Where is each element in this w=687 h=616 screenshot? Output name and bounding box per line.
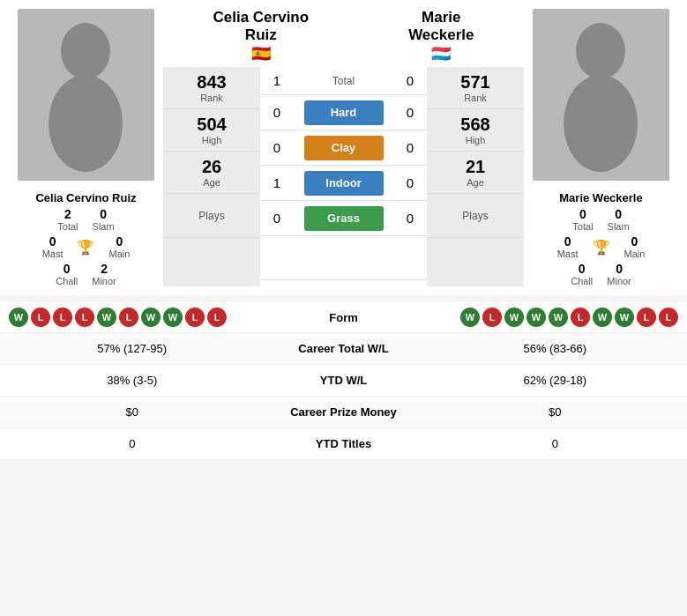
plays-mid: [260, 236, 427, 280]
form-badge-right: W: [593, 308, 612, 327]
indoor-badge: Indoor: [304, 171, 384, 196]
ps-chall-right: 0 Chall: [571, 262, 593, 286]
form-label: Form: [291, 311, 397, 324]
svg-point-5: [564, 75, 638, 172]
match-grid: 843 Rank 504 High 26 Age Plays: [163, 67, 524, 286]
form-badge-right: W: [526, 308, 546, 327]
ps-row-chall-minor-right: 0 Chall 0 Minor: [571, 262, 631, 286]
center-info: Celia CervinoRuiz 🇪🇸 MarieWeckerle 🇱🇺 84…: [163, 9, 524, 286]
left-center-name-block: Celia CervinoRuiz 🇪🇸: [213, 9, 309, 63]
right-flag: 🇱🇺: [408, 44, 474, 63]
form-badge-left: L: [185, 308, 205, 327]
names-header: Celia CervinoRuiz 🇪🇸 MarieWeckerle 🇱🇺: [163, 9, 524, 63]
form-badge-left: W: [163, 308, 183, 327]
form-badge-right: L: [659, 308, 678, 327]
svg-point-2: [49, 75, 123, 172]
form-row: WLLLWLWWLL Form WLWWWLWWLL: [0, 302, 687, 333]
mg-right: 571 Rank 568 High 21 Age Plays: [427, 67, 524, 286]
ps-minor-left: 2 Minor: [92, 262, 116, 286]
form-badge-left: W: [141, 308, 161, 327]
plays-cell-left: Plays: [163, 194, 260, 238]
ytd-wl-row: 38% (3-5) YTD W/L 62% (29-18): [0, 365, 687, 397]
form-badge-right: L: [637, 308, 656, 327]
player-photo-left: [18, 9, 154, 181]
form-badge-right: L: [482, 308, 502, 327]
form-badges-left: WLLLWLWWLL: [9, 308, 291, 327]
clay-badge: Clay: [304, 136, 384, 160]
player-stats-left: Celia Cervino Ruiz 2 Total 0 Slam 0 Mast…: [32, 186, 139, 286]
high-cell-right: 568 High: [427, 109, 524, 152]
ps-trophy-row-left: 0 Mast 🏆 0 Main: [42, 234, 131, 259]
rank-cell-left: 843 Rank: [163, 67, 260, 109]
indoor-row: 1 Indoor 0: [260, 166, 427, 201]
form-badge-left: W: [9, 308, 28, 327]
titles-right: 0: [432, 437, 679, 450]
titles-left: 0: [9, 437, 256, 450]
prize-row: $0 Career Prize Money $0: [0, 397, 687, 428]
form-badge-right: W: [615, 308, 634, 327]
prize-label: Career Prize Money: [256, 405, 432, 419]
hard-surface: Hard: [294, 100, 393, 125]
svg-point-4: [576, 23, 625, 79]
high-cell-left: 504 High: [163, 109, 260, 152]
grass-row: 0 Grass 0: [260, 201, 427, 236]
career-wl-right: 56% (83-66): [432, 342, 679, 355]
player-photo-right: [533, 9, 669, 181]
prize-left: $0: [9, 405, 256, 419]
player-name-right: Marie Weckerle: [556, 191, 646, 204]
form-badges-right: WLWWWLWWLL: [397, 308, 679, 327]
total-row: 1 Total 0: [260, 67, 427, 95]
trophy-icon-right: 🏆: [593, 239, 610, 256]
player-card-left: Celia Cervino Ruiz 2 Total 0 Slam 0 Mast…: [9, 9, 163, 286]
age-cell-left: 26 Age: [163, 152, 260, 194]
ps-total-right: 0 Total: [572, 207, 593, 232]
form-badge-left: L: [53, 308, 72, 327]
ps-minor-right: 0 Minor: [607, 262, 631, 286]
ps-main-right: 0 Main: [624, 234, 646, 259]
age-cell-right: 21 Age: [427, 152, 524, 194]
ps-mast-left: 0 Mast: [42, 234, 63, 259]
form-badge-left: L: [119, 308, 138, 327]
form-badge-left: L: [31, 308, 50, 327]
mg-left: 843 Rank 504 High 26 Age Plays: [163, 67, 260, 286]
grass-badge: Grass: [304, 206, 384, 231]
mg-mid: 1 Total 0 0 Hard 0 0 Clay: [260, 67, 427, 286]
ps-chall-left: 0 Chall: [56, 262, 78, 286]
left-flag: 🇪🇸: [213, 44, 309, 63]
career-wl-left: 57% (127-95): [9, 342, 256, 355]
ytd-wl-label: YTD W/L: [256, 374, 432, 387]
prize-right: $0: [432, 405, 679, 419]
main-top: Celia Cervino Ruiz 2 Total 0 Slam 0 Mast…: [0, 0, 687, 295]
form-badge-left: L: [75, 308, 94, 327]
player-stats-right: Marie Weckerle 0 Total 0 Slam 0 Mast 🏆: [556, 186, 646, 286]
hard-row: 0 Hard 0: [260, 95, 427, 130]
bottom-table: WLLLWLWWLL Form WLWWWLWWLL 57% (127-95) …: [0, 302, 687, 460]
form-badge-left: W: [97, 308, 116, 327]
clay-surface: Clay: [294, 136, 393, 160]
player-card-right: Marie Weckerle 0 Total 0 Slam 0 Mast 🏆: [524, 9, 678, 286]
form-badge-right: W: [504, 308, 524, 327]
player-name-left: Celia Cervino Ruiz: [32, 191, 139, 204]
indoor-surface: Indoor: [294, 171, 393, 196]
titles-label: YTD Titles: [256, 437, 432, 450]
grass-surface: Grass: [294, 206, 393, 231]
ytd-wl-left: 38% (3-5): [9, 374, 256, 387]
right-center-name: MarieWeckerle: [408, 9, 474, 44]
career-wl-label: Career Total W/L: [256, 342, 432, 355]
ps-row-chall-minor-left: 0 Chall 2 Minor: [56, 262, 116, 286]
titles-row: 0 YTD Titles 0: [0, 428, 687, 460]
ps-slam-right: 0 Slam: [608, 207, 630, 232]
ps-total-left: 2 Total: [57, 207, 78, 232]
form-badge-right: W: [460, 308, 480, 327]
ytd-wl-right: 62% (29-18): [432, 374, 679, 387]
form-badge-right: L: [571, 308, 590, 327]
form-badge-right: W: [549, 308, 568, 327]
rank-cell-right: 571 Rank: [427, 67, 524, 109]
form-badge-left: L: [207, 308, 227, 327]
left-center-name: Celia CervinoRuiz: [213, 9, 309, 44]
ps-row-total-slam-right: 0 Total 0 Slam: [572, 207, 629, 232]
ps-mast-right: 0 Mast: [557, 234, 579, 259]
ps-main-left: 0 Main: [108, 234, 130, 259]
career-wl-row: 57% (127-95) Career Total W/L 56% (83-66…: [0, 333, 687, 365]
svg-point-1: [61, 23, 110, 79]
